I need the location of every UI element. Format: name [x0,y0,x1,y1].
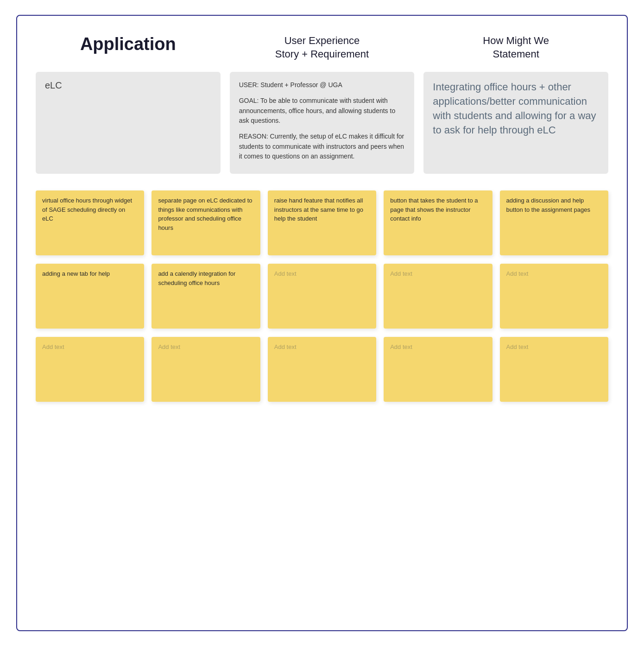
sticky-2-5[interactable]: Add text [500,264,608,329]
col1-header: Application [36,30,221,67]
hmw-card: Integrating office hours + other applica… [423,72,608,174]
story-p2: GOAL: To be able to communicate with stu… [239,96,405,126]
hmw-text: Integrating office hours + other applica… [433,80,599,137]
sticky-2-1[interactable]: adding a new tab for help [36,264,144,329]
sticky-row-2: adding a new tab for help add a calendly… [36,264,608,329]
col3-header: How Might WeStatement [423,30,608,67]
application-title: Application [36,30,221,61]
sticky-2-3[interactable]: Add text [268,264,376,329]
sticky-row-3: Add text Add text Add text Add text Add … [36,337,608,402]
sticky-3-2[interactable]: Add text [152,337,260,402]
sticky-3-4[interactable]: Add text [384,337,492,402]
main-container: Application User ExperienceStory + Requi… [16,15,628,631]
sticky-2-2[interactable]: add a calendly integration for schedulin… [152,264,260,329]
column-headers: Application User ExperienceStory + Requi… [36,30,608,67]
sticky-1-4[interactable]: button that takes the student to a page … [384,190,492,255]
story-p1: USER: Student + Professor @ UGA [239,80,405,90]
col2-header: User ExperienceStory + Requirement [230,30,415,67]
story-card: USER: Student + Professor @ UGA GOAL: To… [230,72,415,174]
sticky-1-2[interactable]: separate page on eLC dedicated to things… [152,190,260,255]
sticky-section: virtual office hours through widget of S… [36,190,608,402]
sticky-row-1: virtual office hours through widget of S… [36,190,608,255]
ux-story-title: User ExperienceStory + Requirement [230,30,415,67]
sticky-3-1[interactable]: Add text [36,337,144,402]
app-label: eLC [45,80,62,91]
story-p3: REASON: Currently, the setup of eLC make… [239,132,405,162]
hmw-title: How Might WeStatement [423,30,608,67]
sticky-1-5[interactable]: adding a discussion and help button to t… [500,190,608,255]
sticky-3-3[interactable]: Add text [268,337,376,402]
sticky-1-3[interactable]: raise hand feature that notifies all ins… [268,190,376,255]
info-cards-row: eLC USER: Student + Professor @ UGA GOAL… [36,72,608,174]
sticky-2-4[interactable]: Add text [384,264,492,329]
app-card: eLC [36,72,221,174]
sticky-3-5[interactable]: Add text [500,337,608,402]
sticky-1-1[interactable]: virtual office hours through widget of S… [36,190,144,255]
